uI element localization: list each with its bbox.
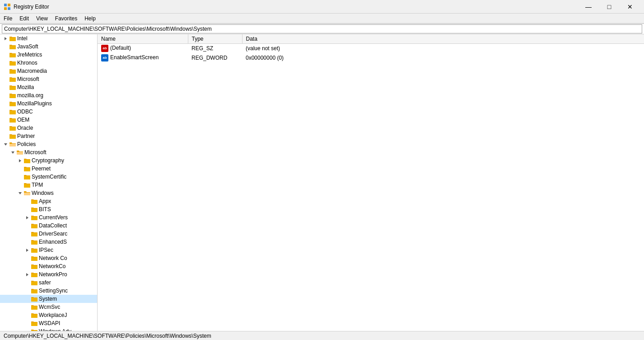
expand-icon[interactable] (2, 142, 9, 146)
maximize-button[interactable]: □ (599, 0, 620, 14)
tree-item-mozilla[interactable]: Mozilla (0, 83, 97, 91)
folder-icon (23, 157, 31, 164)
folder-icon (9, 84, 16, 91)
tree-item-microsoft[interactable]: Microsoft (0, 75, 97, 83)
tree-panel[interactable]: Intel JavaSoft JreMetrics Khronos Macrom… (0, 34, 98, 331)
tree-item-odbc[interactable]: ODBC (0, 108, 97, 116)
folder-icon (9, 132, 16, 140)
tree-item-networkcont[interactable]: Network Co (0, 254, 97, 262)
tree-item-mozillaplugins[interactable]: MozillaPlugins (0, 99, 97, 108)
svg-marker-32 (11, 151, 14, 154)
svg-rect-0 (4, 4, 7, 6)
svg-rect-53 (31, 233, 37, 236)
tree-item-intel[interactable]: Intel (0, 34, 97, 42)
tree-item-enhanceds[interactable]: EnhancedS (0, 238, 97, 246)
tree-item-label: TPM (32, 182, 43, 188)
tree-item-driversearc[interactable]: DriverSearc (0, 230, 97, 238)
tree-item-system[interactable]: System (0, 295, 97, 303)
folder-icon (31, 279, 38, 286)
tree-item-networkco[interactable]: NetworkCo (0, 262, 97, 270)
tree-item-workplacej[interactable]: WorkplaceJ (0, 311, 97, 319)
tree-item-ipsec[interactable]: IPSec (0, 246, 97, 254)
col-header-data[interactable]: Data (242, 34, 644, 43)
svg-rect-22 (9, 103, 16, 106)
menu-file[interactable]: File (0, 14, 16, 23)
folder-icon (9, 51, 16, 58)
col-header-name[interactable]: Name (98, 34, 188, 43)
tree-item-javascaft[interactable]: JavaSoft (0, 42, 97, 51)
svg-rect-69 (31, 290, 37, 293)
cell-name: abEnableSmartScreen (98, 53, 188, 62)
tree-item-windowsadv[interactable]: Windows Adv (0, 327, 97, 331)
folder-icon (31, 198, 38, 205)
tree-item-tpm[interactable]: TPM (0, 181, 97, 189)
col-header-type[interactable]: Type (188, 34, 242, 43)
folder-icon (16, 149, 23, 156)
folder-icon (9, 67, 16, 75)
window-title: Registry Editor (14, 4, 578, 10)
folder-icon (9, 76, 16, 83)
svg-rect-75 (31, 314, 37, 318)
folder-icon (9, 124, 16, 132)
tree-item-wsdapi[interactable]: WSDAPI (0, 319, 97, 327)
tree-item-microsoft2[interactable]: Microsoft (0, 148, 97, 156)
tree-item-peernet[interactable]: Peernet (0, 165, 97, 173)
tree-item-cryptography[interactable]: Cryptography (0, 156, 97, 165)
tree-item-label: NetworkCo (39, 263, 65, 269)
svg-marker-33 (19, 159, 21, 162)
svg-rect-12 (9, 62, 16, 66)
folder-icon (31, 214, 38, 221)
menu-favorites[interactable]: Favorites (51, 14, 81, 23)
tree-item-label: Partner (17, 133, 35, 139)
tree-item-partner[interactable]: Partner (0, 132, 97, 140)
tree-item-bits[interactable]: BITS (0, 205, 97, 213)
close-button[interactable]: ✕ (620, 0, 640, 14)
folder-icon (9, 116, 16, 123)
tree-item-label: Windows (32, 190, 54, 196)
app-icon (4, 3, 11, 10)
expand-icon[interactable] (16, 159, 23, 163)
tree-item-systemcertific[interactable]: SystemCertific (0, 173, 97, 181)
tree-item-safer[interactable]: safer (0, 279, 97, 287)
expand-icon[interactable] (23, 273, 31, 277)
expand-icon[interactable] (16, 191, 23, 195)
svg-rect-55 (31, 241, 37, 245)
tree-item-datacollect[interactable]: DataCollect (0, 222, 97, 230)
table-row[interactable]: abEnableSmartScreenREG_DWORD0x00000000 (… (98, 53, 644, 62)
svg-rect-65 (31, 274, 37, 277)
tree-item-appx[interactable]: Appx (0, 197, 97, 205)
cell-type: REG_DWORD (188, 53, 242, 62)
tree-item-oracle[interactable]: Oracle (0, 124, 97, 132)
tree-item-khronos[interactable]: Khronos (0, 59, 97, 67)
tree-item-wcmsvc[interactable]: WcmSvc (0, 303, 97, 311)
svg-rect-58 (31, 249, 37, 253)
menu-edit[interactable]: Edit (16, 14, 33, 23)
expand-icon[interactable] (2, 37, 9, 41)
table-row[interactable]: ab(Default)REG_SZ(value not set) (98, 43, 644, 53)
menu-view[interactable]: View (33, 14, 51, 23)
expand-icon[interactable] (23, 216, 31, 220)
cell-type: REG_SZ (188, 43, 242, 53)
tree-item-currentvers[interactable]: CurrentVers (0, 213, 97, 222)
expand-icon[interactable] (23, 248, 31, 252)
address-input[interactable] (2, 24, 642, 33)
tree-item-jremetrics[interactable]: JreMetrics (0, 51, 97, 59)
tree-item-label: IPSec (39, 247, 53, 253)
tree-item-windows[interactable]: Windows (0, 189, 97, 197)
tree-item-settingsync[interactable]: SettingSync (0, 287, 97, 295)
tree-item-label: Windows Adv (39, 328, 71, 331)
minimize-button[interactable]: — (578, 0, 599, 14)
tree-item-policies[interactable]: Policies (0, 140, 97, 148)
tree-item-label: Khronos (17, 60, 37, 66)
svg-marker-56 (26, 249, 28, 252)
tree-item-label: JavaSoft (17, 43, 38, 50)
tree-item-macromedia[interactable]: Macromedia (0, 67, 97, 75)
tree-item-label: Appx (39, 198, 51, 204)
tree-item-oem[interactable]: OEM (0, 116, 97, 124)
menu-help[interactable]: Help (81, 14, 99, 23)
expand-icon[interactable] (9, 151, 16, 155)
menu-bar: File Edit View Favorites Help (0, 14, 644, 24)
tree-item-networkpro[interactable]: NetworkPro (0, 270, 97, 279)
tree-item-label: System (39, 296, 57, 302)
tree-item-mozillaorg[interactable]: mozilla.org (0, 91, 97, 99)
